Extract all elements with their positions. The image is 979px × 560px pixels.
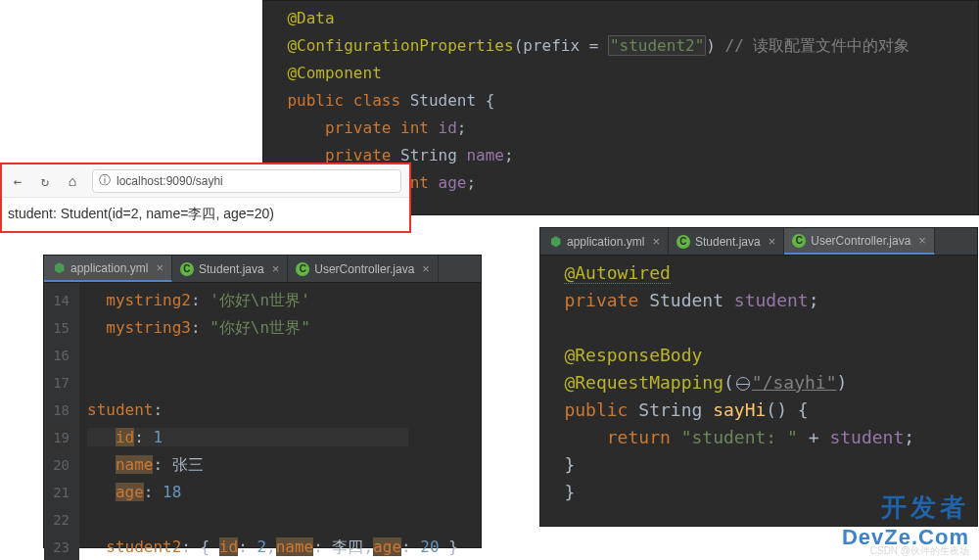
yaml-key: mystring3 (106, 318, 191, 337)
line-number: 18 (50, 397, 70, 424)
tab-label: application.yml (70, 261, 148, 275)
string-url: "/sayhi" (752, 372, 837, 393)
string-literal: "student2" (608, 35, 706, 56)
application-yml-editor: ⬢ application.yml × C Student.java × C U… (43, 255, 482, 548)
colon: : (238, 537, 256, 556)
colon: : (134, 428, 153, 446)
code-content[interactable]: @Autowired private Student student; @Res… (556, 256, 922, 510)
usercontroller-editor: ⬢ application.yml × C Student.java × C U… (539, 227, 978, 527)
semi: ; (904, 427, 914, 447)
anno-requestmapping: @RequestMapping (564, 372, 723, 393)
yaml-val: 2 (256, 537, 266, 556)
field-name: name (466, 146, 504, 164)
close-icon[interactable]: × (918, 233, 926, 248)
colon: : (153, 400, 163, 419)
browser-page-content: student: Student(id=2, name=李四, age=20) (2, 198, 409, 231)
home-icon[interactable]: ⌂ (65, 173, 80, 189)
paren: ( (723, 372, 734, 393)
plus: + (798, 427, 830, 447)
comma: , (266, 537, 276, 556)
yaml-val: 20 (420, 537, 439, 556)
tab-label: UserController.java (314, 262, 414, 276)
yaml-key-student2: student2 (106, 537, 181, 556)
yaml-val: 李四 (332, 537, 363, 556)
gutter (540, 256, 556, 510)
url-text: localhost:9090/sayhi (117, 174, 223, 188)
paren: (prefix = (514, 36, 608, 55)
close-icon[interactable]: × (272, 261, 280, 276)
browser-output-box: ← ↻ ⌂ ⓘ localhost:9090/sayhi student: St… (0, 163, 411, 233)
yaml-key-id: id (219, 537, 238, 556)
brace: () { (766, 399, 808, 420)
field-student: student (829, 427, 904, 447)
brace: } (564, 454, 575, 475)
yaml-key-name: name (116, 455, 154, 474)
code-area[interactable]: 14 15 16 17 18 19 20 21 22 23 mystring2:… (44, 283, 481, 560)
refresh-icon[interactable]: ↻ (37, 173, 53, 189)
method-sayhi: sayHi (713, 399, 766, 420)
close-icon[interactable]: × (769, 234, 776, 249)
semi: ; (457, 118, 467, 137)
line-number: 21 (50, 479, 70, 506)
yml-file-icon: ⬢ (52, 261, 66, 275)
colon: : (191, 318, 210, 337)
code-area[interactable]: @Autowired private Student student; @Res… (540, 256, 977, 510)
url-bar[interactable]: ⓘ localhost:9090/sayhi (92, 169, 401, 193)
java-class-icon: C (792, 234, 806, 248)
yaml-key-student: student (87, 400, 153, 419)
java-class-icon: C (180, 262, 194, 276)
yaml-val: 张三 (172, 455, 204, 474)
paren: ) (837, 372, 848, 393)
type: Student (649, 290, 734, 310)
field-id: id (439, 118, 457, 137)
anno-responsebody: @ResponseBody (564, 345, 702, 365)
yaml-val: 1 (153, 428, 163, 446)
paren: ) (706, 36, 724, 55)
line-number: 19 (50, 424, 70, 451)
tab-usercontroller-java[interactable]: C UserController.java × (784, 228, 935, 255)
yaml-val: 18 (163, 483, 181, 501)
tab-application-yml[interactable]: ⬢ application.yml × (540, 228, 669, 255)
tab-application-yml[interactable]: ⬢ application.yml × (44, 256, 172, 282)
tab-label: Student.java (695, 235, 761, 249)
semi: ; (466, 173, 476, 192)
brace: } (564, 482, 575, 502)
close-icon[interactable]: × (156, 260, 163, 275)
caret-highlight: "student2" (608, 35, 706, 56)
yaml-key: mystring2 (106, 291, 191, 309)
java-class-icon: C (296, 262, 309, 276)
brace: : { (181, 537, 219, 556)
semi: ; (809, 290, 819, 310)
anno-autowired: @Autowired (564, 262, 670, 284)
anno-data: @Data (287, 9, 334, 27)
globe-icon[interactable] (736, 377, 750, 391)
line-gutter: 14 15 16 17 18 19 20 21 22 23 (44, 283, 79, 560)
tab-student-java[interactable]: C Student.java × (172, 256, 288, 282)
browser-toolbar: ← ↻ ⌂ ⓘ localhost:9090/sayhi (2, 164, 409, 198)
keyword: public class (287, 91, 409, 110)
type: String (638, 399, 713, 420)
line-number: 22 (50, 506, 70, 534)
colon: : (313, 537, 332, 556)
back-icon[interactable]: ← (10, 173, 25, 189)
tab-bar: ⬢ application.yml × C Student.java × C U… (540, 228, 977, 256)
line-number: 20 (50, 451, 70, 479)
csdn-watermark: CSDN @伙伴的生夜场 (870, 544, 969, 558)
brace: { (486, 91, 495, 110)
tab-label: Student.java (199, 262, 264, 276)
keyword: public (564, 399, 638, 420)
class-name: Student (410, 91, 486, 110)
yaml-key-id: id (116, 428, 134, 446)
line-number: 14 (50, 287, 70, 314)
yml-file-icon: ⬢ (548, 235, 562, 249)
field-student: student (734, 290, 809, 310)
tab-usercontroller-java[interactable]: C UserController.java × (288, 256, 439, 282)
close-icon[interactable]: × (652, 234, 660, 249)
code-content[interactable]: mystring2: '你好\n世界' mystring3: "你好\n世界" … (79, 283, 466, 560)
watermark-text: 开发者 (842, 490, 969, 525)
tab-student-java[interactable]: C Student.java × (669, 228, 784, 255)
keyword: return (564, 427, 680, 447)
tab-label: application.yml (567, 235, 644, 249)
tab-bar: ⬢ application.yml × C Student.java × C U… (44, 256, 481, 283)
close-icon[interactable]: × (422, 261, 430, 276)
